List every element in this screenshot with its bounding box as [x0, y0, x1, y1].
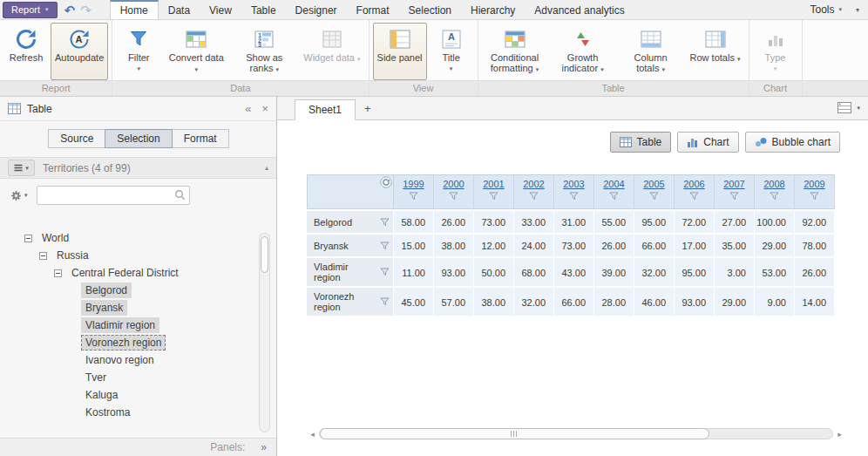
table-cell[interactable]: 78.00	[795, 233, 835, 256]
table-cell[interactable]: 93.00	[434, 256, 474, 286]
year-link[interactable]: 2008	[755, 179, 794, 189]
tab-home[interactable]: Home	[110, 0, 159, 19]
sheet-tab[interactable]: Sheet1	[295, 99, 356, 120]
tab-advanced-analytics[interactable]: Advanced analytics	[525, 0, 634, 19]
conditional-formatting-button[interactable]: Conditional formatting ▾	[482, 23, 548, 80]
scroll-left-icon[interactable]: ◂	[307, 430, 318, 439]
chart-type-button[interactable]: Type▾	[753, 23, 798, 80]
expand-panels-icon[interactable]: »	[261, 441, 267, 453]
table-cell[interactable]: 46.00	[634, 286, 675, 316]
sheet-options-button[interactable]: ▾	[837, 102, 860, 113]
tools-button[interactable]: Tools ▾	[810, 3, 842, 16]
row-totals-button[interactable]: Row totals ▾	[686, 23, 745, 80]
tab-designer[interactable]: Designer	[286, 0, 347, 19]
convert-data-button[interactable]: Convert data ▾	[163, 23, 229, 80]
tree-item-central-federal-district[interactable]: Central Federal District	[0, 264, 276, 282]
row-filter-icon[interactable]	[380, 297, 390, 306]
tree-collapse-icon[interactable]	[39, 252, 47, 260]
collapse-section-icon[interactable]: ▴	[265, 164, 268, 172]
table-cell[interactable]: 92.00	[795, 209, 835, 233]
column-filter-icon[interactable]	[675, 192, 714, 201]
scrollbar-track[interactable]	[319, 428, 833, 439]
tree-item-russia[interactable]: Russia	[0, 247, 276, 264]
table-cell[interactable]: 32.00	[634, 256, 675, 286]
column-filter-icon[interactable]	[474, 192, 513, 201]
table-cell[interactable]: 66.00	[554, 286, 594, 316]
year-link[interactable]: 2003	[554, 179, 593, 189]
table-cell[interactable]: 45.00	[394, 286, 434, 316]
table-cell[interactable]: 17.00	[675, 233, 715, 256]
table-cell[interactable]: 100.00	[755, 209, 795, 233]
table-cell[interactable]: 9.00	[755, 286, 795, 316]
horizontal-scrollbar[interactable]: ◂ ▸	[307, 427, 845, 440]
table-cell[interactable]: 32.00	[514, 286, 554, 316]
tree-collapse-icon[interactable]	[24, 235, 32, 242]
table-cell[interactable]: 31.00	[554, 209, 594, 233]
year-link[interactable]: 2007	[715, 179, 754, 189]
column-filter-icon[interactable]	[394, 192, 433, 201]
table-cell[interactable]: 35.00	[715, 233, 755, 256]
tree-item-kostroma[interactable]: Kostroma	[0, 404, 276, 421]
table-cell[interactable]: 57.00	[434, 286, 474, 316]
row-filter-icon[interactable]	[380, 242, 390, 250]
table-cell[interactable]: 3.00	[715, 256, 755, 286]
tree-item-world[interactable]: World	[0, 229, 276, 247]
tab-selection[interactable]: Selection	[399, 0, 461, 19]
report-menu-button[interactable]: Report ▾	[3, 2, 58, 18]
table-cell[interactable]: 29.00	[715, 286, 755, 316]
dimension-menu-button[interactable]: ▾	[8, 160, 35, 176]
view-bubble-chart-button[interactable]: Bubble chart	[745, 132, 840, 153]
panel-tab-source[interactable]: Source	[48, 129, 105, 148]
table-cell[interactable]: 73.00	[474, 209, 514, 233]
year-link[interactable]: 1999	[394, 179, 433, 189]
panel-vertical-scrollbar[interactable]	[259, 233, 270, 432]
table-cell[interactable]: 93.00	[675, 286, 715, 316]
table-cell[interactable]: 26.00	[594, 233, 634, 256]
table-cell[interactable]: 43.00	[554, 256, 594, 286]
table-cell[interactable]: 28.00	[594, 286, 634, 316]
tab-table[interactable]: Table	[241, 0, 286, 19]
table-cell[interactable]: 38.00	[474, 286, 514, 316]
tab-view[interactable]: View	[200, 0, 241, 19]
column-filter-icon[interactable]	[755, 192, 794, 201]
tree-item-bryansk[interactable]: Bryansk	[0, 299, 276, 316]
table-cell[interactable]: 14.00	[795, 286, 835, 316]
table-cell[interactable]: 27.00	[715, 209, 755, 233]
column-totals-button[interactable]: Column totals ▾	[618, 23, 684, 80]
row-filter-icon[interactable]	[380, 268, 390, 276]
autoupdate-button[interactable]: A Autoupdate	[51, 23, 108, 80]
ribbon-collapse-button[interactable]: ▾	[856, 6, 859, 14]
row-header[interactable]: Belgorod	[307, 209, 394, 233]
table-cell[interactable]: 29.00	[755, 233, 795, 256]
view-table-button[interactable]: Table	[610, 132, 672, 153]
filter-button[interactable]: Filter▾	[116, 23, 161, 80]
refresh-button[interactable]: Refresh	[3, 23, 49, 80]
widget-data-button[interactable]: Widget data ▾	[299, 23, 364, 80]
settings-button[interactable]: ▾	[8, 188, 31, 203]
search-input[interactable]	[37, 186, 190, 205]
scrollbar-thumb[interactable]	[261, 236, 268, 273]
table-cell[interactable]: 26.00	[434, 209, 474, 233]
panel-tab-selection[interactable]: Selection	[105, 129, 172, 148]
tree-item-vladimir-region[interactable]: Vladimir region	[0, 316, 276, 334]
tree-item-kaluga[interactable]: Kaluga	[0, 386, 276, 404]
table-cell[interactable]: 39.00	[594, 256, 634, 286]
tab-data[interactable]: Data	[159, 0, 200, 19]
column-filter-icon[interactable]	[434, 192, 473, 201]
column-filter-icon[interactable]	[554, 192, 593, 201]
column-filter-icon[interactable]	[634, 192, 674, 201]
year-link[interactable]: 2009	[795, 179, 834, 189]
year-link[interactable]: 2005	[634, 179, 674, 189]
year-link[interactable]: 2000	[434, 179, 473, 189]
growth-indicator-button[interactable]: Growth indicator ▾	[550, 23, 616, 80]
table-cell[interactable]: 24.00	[514, 233, 554, 256]
refresh-table-button[interactable]	[380, 176, 392, 188]
row-filter-icon[interactable]	[380, 218, 390, 227]
table-cell[interactable]: 53.00	[755, 256, 795, 286]
table-cell[interactable]: 95.00	[634, 209, 675, 233]
year-link[interactable]: 2004	[594, 179, 634, 189]
table-cell[interactable]: 55.00	[594, 209, 634, 233]
year-link[interactable]: 2002	[514, 179, 553, 189]
table-cell[interactable]: 58.00	[394, 209, 434, 233]
table-cell[interactable]: 11.00	[394, 256, 434, 286]
